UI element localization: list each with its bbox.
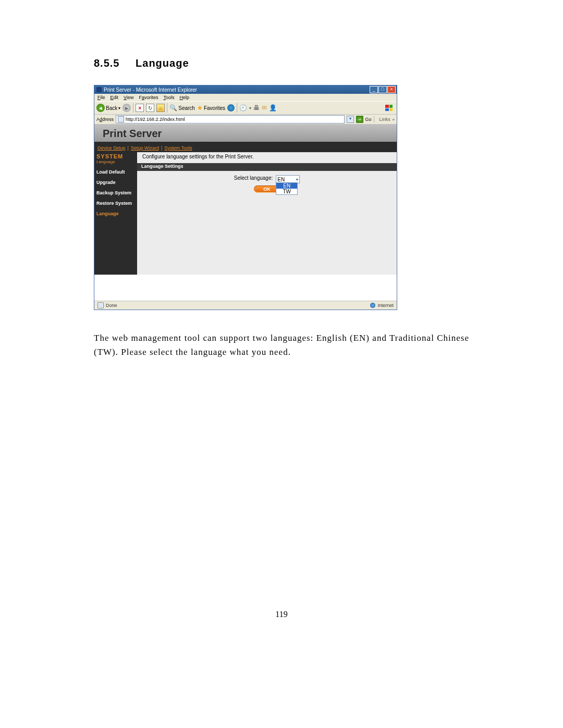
- maximize-button[interactable]: □: [378, 86, 387, 93]
- separator: [374, 116, 374, 122]
- nav-setup-wizard[interactable]: Setup Wizard: [131, 145, 159, 151]
- menu-view[interactable]: View: [124, 95, 133, 100]
- messenger-button[interactable]: 👤: [269, 104, 277, 112]
- status-zone: Internet: [377, 303, 394, 308]
- forward-button[interactable]: ►: [123, 104, 131, 112]
- back-button[interactable]: ◄ Back ▾: [96, 104, 120, 112]
- chevron-down-icon: ▾: [118, 106, 120, 110]
- favorites-label: Favorites: [204, 105, 225, 111]
- section-title: Language: [136, 57, 189, 69]
- search-icon: 🔍: [169, 104, 177, 112]
- panel-title: Language Settings: [137, 163, 397, 171]
- stop-button[interactable]: ×: [136, 104, 144, 112]
- sidebar-heading: SYSTEM: [96, 153, 137, 159]
- favorites-button[interactable]: ★ Favorites: [197, 104, 225, 112]
- menu-favorites[interactable]: Favorites: [139, 95, 158, 100]
- refresh-button[interactable]: ↻: [146, 104, 154, 112]
- ok-button-label: OK: [263, 187, 271, 192]
- chevron-down-icon: ▾: [249, 106, 251, 110]
- language-option-en[interactable]: EN: [276, 183, 297, 189]
- minimize-button[interactable]: _: [370, 86, 378, 93]
- app-banner: Print Server: [94, 125, 397, 142]
- address-dropdown-icon[interactable]: ▾: [347, 116, 354, 123]
- close-button[interactable]: ×: [387, 86, 396, 93]
- menu-edit[interactable]: Edit: [111, 95, 119, 100]
- page-icon: [118, 116, 124, 122]
- language-option-tw[interactable]: TW: [276, 189, 297, 194]
- menubar: File Edit View Favorites Tools Help: [94, 94, 397, 101]
- address-bar: Address http://192.168.2.2/index.html ▾ …: [94, 115, 397, 125]
- sidebar-item-upgrade[interactable]: Upgrade: [96, 180, 137, 185]
- toolbar: ◄ Back ▾ ► × ↻ ⌂ 🔍 Search ★ Favorites 🕘 …: [94, 101, 397, 115]
- window-title: Print Server - Microsoft Internet Explor…: [104, 87, 197, 93]
- sidebar-item-language[interactable]: Language: [96, 211, 137, 216]
- ie-window: Print Server - Microsoft Internet Explor…: [94, 85, 397, 310]
- separator: [133, 103, 133, 113]
- menu-tools[interactable]: Tools: [163, 95, 174, 100]
- windows-flag-icon: [383, 103, 395, 113]
- top-nav: Device Setup | Setup Wizard | System Too…: [94, 144, 397, 152]
- address-field[interactable]: http://192.168.2.2/index.html: [116, 115, 344, 124]
- print-button[interactable]: 🖶: [253, 104, 260, 112]
- separator: [237, 103, 237, 113]
- section-heading: 8.5.5 Language: [94, 57, 469, 69]
- select-language-label: Select language:: [234, 175, 273, 181]
- app-banner-title: Print Server: [103, 128, 162, 140]
- sidebar-item-restore-system[interactable]: Restore System: [96, 201, 137, 206]
- history-button[interactable]: 🕘: [239, 104, 247, 112]
- search-button[interactable]: 🔍 Search: [169, 104, 195, 112]
- back-label: Back: [106, 105, 117, 111]
- separator: [167, 103, 167, 113]
- panel-description: Configure language settings for the Prin…: [137, 152, 397, 163]
- menu-file[interactable]: File: [97, 95, 105, 100]
- sidebar-item-load-default[interactable]: Load Default: [96, 169, 137, 175]
- section-number: 8.5.5: [94, 57, 119, 69]
- doc-paragraph: The web management tool can support two …: [94, 331, 469, 359]
- search-label: Search: [178, 105, 195, 111]
- back-icon: ◄: [96, 104, 105, 112]
- go-button[interactable]: →: [356, 116, 363, 123]
- menu-help[interactable]: Help: [179, 95, 189, 100]
- chevron-down-icon: ▾: [296, 177, 298, 182]
- page-number: 119: [0, 610, 563, 619]
- star-icon: ★: [197, 104, 203, 112]
- status-done: Done: [106, 303, 117, 308]
- globe-icon: [370, 303, 375, 308]
- nav-device-setup[interactable]: Device Setup: [97, 145, 126, 151]
- sidebar-item-backup-system[interactable]: Backup System: [96, 190, 137, 195]
- sidebar-subheading: Language: [96, 159, 137, 164]
- links-label[interactable]: Links: [380, 117, 390, 122]
- page-icon: [97, 302, 104, 309]
- go-label: Go: [365, 117, 372, 122]
- home-button[interactable]: ⌂: [156, 104, 165, 112]
- ie-logo-icon: [96, 87, 102, 92]
- address-url: http://192.168.2.2/index.html: [126, 117, 185, 122]
- titlebar: Print Server - Microsoft Internet Explor…: [94, 85, 397, 94]
- sidebar: SYSTEM Language Load Default Upgrade Bac…: [94, 152, 137, 275]
- mail-button[interactable]: ✉: [262, 104, 267, 112]
- status-bar: Done Internet: [94, 301, 397, 310]
- address-label: Address: [96, 117, 114, 122]
- chevron-right-icon: »: [393, 117, 395, 122]
- language-select-value: EN: [277, 177, 285, 182]
- nav-system-tools[interactable]: System Tools: [164, 145, 192, 151]
- media-button[interactable]: [227, 104, 235, 112]
- language-options: EN TW: [276, 182, 298, 195]
